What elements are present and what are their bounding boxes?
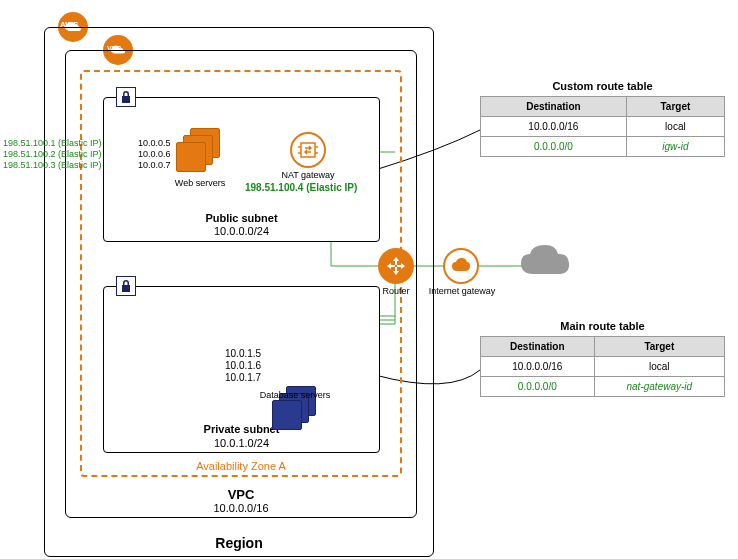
web-servers-label: Web servers [160,178,240,188]
main-rt-r1-dest: 0.0.0.0/0 [481,377,595,397]
router-icon [378,248,414,284]
main-route-table: Main route table Destination Target 10.0… [480,320,725,397]
eip-row-2: 198.51.100.3 (Elastic IP) [3,160,102,170]
nat-gateway-icon [290,132,326,168]
az-label: Availability Zone A [80,460,402,472]
igw-label: Internet gateway [423,286,501,296]
nat-gateway-label: NAT gateway [268,170,348,180]
eip-1-tag: (Elastic IP) [58,149,102,159]
nat-eip-ip: 198.51.100.4 [245,182,303,193]
main-rt-r0-dest: 10.0.0.0/16 [481,357,595,377]
db-ip-0: 10.0.1.5 [225,348,261,359]
router-label: Router [370,286,422,296]
public-subnet-label: Public subnet [103,212,380,224]
eip-2-tag: (Elastic IP) [58,160,102,170]
web-ip-0: 10.0.0.5 [138,138,171,148]
db-ip-2: 10.0.1.7 [225,372,261,383]
eip-0-tag: (Elastic IP) [58,138,102,148]
web-ip-1: 10.0.0.6 [138,149,171,159]
eip-row-1: 198.51.100.2 (Elastic IP) [3,149,102,159]
private-subnet-label: Private subnet [103,423,380,435]
main-rt-r0-target: local [594,357,724,377]
eip-2-ip: 198.51.100.3 [3,160,56,170]
web-servers-icon [176,128,222,174]
internet-gateway-icon [443,248,479,284]
internet-cloud-icon [518,242,573,282]
custom-rt-r0-target: local [626,117,724,137]
public-subnet-cidr: 10.0.0.0/24 [103,225,380,237]
nat-eip-tag: (Elastic IP) [306,182,357,193]
custom-rt-h0: Destination [481,97,627,117]
custom-rt-r0-dest: 10.0.0.0/16 [481,117,627,137]
vpc-label: VPC [65,487,417,502]
private-subnet-cidr: 10.0.1.0/24 [103,437,380,449]
custom-rt-h1: Target [626,97,724,117]
custom-rt-r1-dest: 0.0.0.0/0 [481,137,627,157]
main-rt-title: Main route table [480,320,725,332]
svg-rect-19 [301,143,315,157]
lock-icon-2 [116,276,136,296]
eip-row-0: 198.51.100.1 (Elastic IP) [3,138,102,148]
main-rt-h0: Destination [481,337,595,357]
region-label: Region [44,535,434,551]
custom-rt-title: Custom route table [480,80,725,92]
db-servers-label: Database servers [245,390,345,400]
custom-rt-r1-target: igw-id [626,137,724,157]
main-rt-h1: Target [594,337,724,357]
nat-eip: 198.51.100.4 (Elastic IP) [245,182,357,193]
eip-0-ip: 198.51.100.1 [3,138,56,148]
eip-1-ip: 198.51.100.2 [3,149,56,159]
lock-icon [116,87,136,107]
custom-route-table: Custom route table Destination Target 10… [480,80,725,157]
db-ip-1: 10.0.1.6 [225,360,261,371]
web-ip-2: 10.0.0.7 [138,160,171,170]
main-rt-r1-target: nat-gateway-id [594,377,724,397]
vpc-cidr: 10.0.0.0/16 [65,502,417,514]
